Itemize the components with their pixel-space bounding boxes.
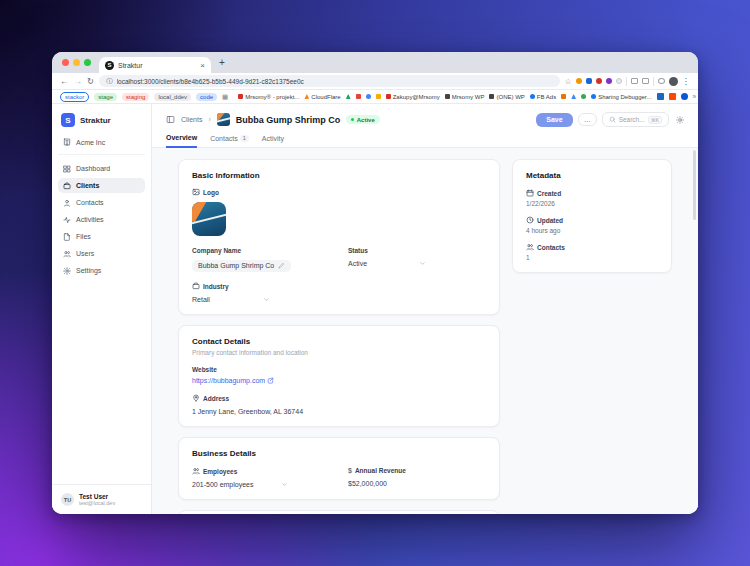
bookmark-favicon-icon[interactable] xyxy=(657,93,664,100)
bookmark-favicon-icon[interactable] xyxy=(561,94,566,99)
bookmark-item[interactable]: Sharing Debugger... xyxy=(591,94,651,100)
chevron-down-icon xyxy=(263,296,270,303)
bookmark-favicon-icon[interactable] xyxy=(669,93,676,100)
scrollbar[interactable] xyxy=(693,150,696,220)
extension-icon[interactable] xyxy=(596,78,602,84)
back-icon[interactable]: ← xyxy=(60,76,69,86)
bookmark-pill[interactable]: stage xyxy=(94,93,117,101)
bookmark-item[interactable]: (ONE) WP xyxy=(489,94,524,100)
extension-icon[interactable] xyxy=(616,78,622,84)
status-select[interactable]: Active xyxy=(348,260,426,267)
tab-close-icon[interactable]: × xyxy=(200,61,205,70)
tab-activity[interactable]: Activity xyxy=(262,134,284,147)
company-name-label: Company Name xyxy=(192,247,330,254)
sidebar-nav: Dashboard Clients Contacts Activities Fi… xyxy=(52,155,151,284)
reload-icon[interactable]: ↻ xyxy=(87,76,94,86)
tab-favicon-icon: S xyxy=(105,61,114,70)
search-input[interactable]: Search... ⌘K xyxy=(602,112,669,127)
page-title: Bubba Gump Shrimp Co xyxy=(236,115,341,125)
updated-value: 4 hours ago xyxy=(526,227,658,234)
status-badge: Active xyxy=(346,115,380,124)
browser-tab-strip: S Straktur × + xyxy=(52,52,698,73)
industry-select[interactable]: Retail xyxy=(192,296,270,303)
extension-icon[interactable] xyxy=(606,78,612,84)
sidebar-item-label: Settings xyxy=(76,267,101,274)
maximize-window-button[interactable] xyxy=(84,59,91,66)
toolbar-actions: ☆ ⋮ xyxy=(565,76,690,86)
card-title: Metadata xyxy=(526,171,658,180)
forward-icon[interactable]: → xyxy=(74,76,83,86)
bookmark-pill[interactable]: code xyxy=(196,93,217,101)
site-info-icon[interactable]: ⓘ xyxy=(106,77,113,86)
employees-select[interactable]: 201-500 employees xyxy=(192,481,288,488)
sidebar-item-activities[interactable]: Activities xyxy=(58,212,145,227)
card-title: Contact Details xyxy=(192,337,486,346)
extension-icon[interactable] xyxy=(576,78,582,84)
bookmark-favicon-icon[interactable] xyxy=(376,94,381,99)
workspace-switcher[interactable]: Acme Inc xyxy=(58,134,145,155)
tab-contacts[interactable]: Contacts1 xyxy=(210,134,249,147)
status-label: Status xyxy=(348,247,486,254)
metadata-card: Metadata Created 1/22/2026 Updated 4 hou… xyxy=(512,159,672,273)
pencil-icon[interactable] xyxy=(278,262,285,269)
profile-avatar[interactable] xyxy=(669,77,678,86)
url-text: localhost:3000/clients/b8e4b625-b5b5-449… xyxy=(117,78,304,85)
browser-menu-icon[interactable]: ⋮ xyxy=(682,76,691,86)
save-button[interactable]: Save xyxy=(536,113,572,127)
annual-revenue-value: $52,000,000 xyxy=(348,480,486,487)
apps-grid-icon[interactable]: ▦ xyxy=(222,93,228,101)
bookmark-item[interactable]: CloudFlare xyxy=(304,94,340,100)
sidebar-item-clients[interactable]: Clients xyxy=(58,178,145,193)
bookmark-pill[interactable]: staging xyxy=(122,93,149,101)
sidebar-user[interactable]: TU Test User test@local.dev xyxy=(52,484,151,514)
theme-toggle-icon[interactable] xyxy=(676,116,684,124)
bookmark-item[interactable]: Zakupy@Mrsomy xyxy=(386,94,440,100)
sidebar-item-label: Contacts xyxy=(76,199,104,206)
browser-tab[interactable]: S Straktur × xyxy=(99,57,211,73)
bookmark-favicon-icon xyxy=(591,94,596,99)
bookmarks-overflow-icon[interactable]: » xyxy=(693,93,697,100)
reading-list-icon[interactable] xyxy=(642,78,649,84)
bookmark-favicon-icon[interactable] xyxy=(346,94,351,99)
browser-toolbar: ← → ↻ ⓘ localhost:3000/clients/b8e4b625-… xyxy=(52,73,698,90)
calendar-icon xyxy=(526,189,534,197)
sidebar-item-contacts[interactable]: Contacts xyxy=(58,195,145,210)
bookmark-favicon-icon[interactable] xyxy=(571,94,576,99)
tab-overview[interactable]: Overview xyxy=(166,134,197,148)
new-tab-button[interactable]: + xyxy=(219,57,225,68)
tab-group-icon[interactable] xyxy=(631,78,638,84)
browser-window: S Straktur × + ← → ↻ ⓘ localhost:3000/cl… xyxy=(52,52,698,514)
card-title: Basic Information xyxy=(192,171,486,180)
bookmark-item[interactable]: Mrsomy® - projekt... xyxy=(238,94,299,100)
notes-card: Notes Shrimp is the fruit of the sea. xyxy=(178,510,500,514)
bookmark-pill[interactable]: local_ddev xyxy=(154,93,191,101)
sidebar-item-dashboard[interactable]: Dashboard xyxy=(58,161,145,176)
breadcrumb[interactable]: Clients xyxy=(181,116,202,123)
bookmark-favicon-icon[interactable] xyxy=(366,94,371,99)
bookmark-item[interactable]: FB Ads xyxy=(530,94,556,100)
extension-icon[interactable] xyxy=(586,78,592,84)
company-name-field[interactable]: Bubba Gump Shrimp Co xyxy=(192,260,291,272)
sidebar-item-files[interactable]: Files xyxy=(58,229,145,244)
bookmark-favicon-icon xyxy=(489,94,494,99)
sidebar-item-settings[interactable]: Settings xyxy=(58,263,145,278)
sidebar-toggle-icon[interactable] xyxy=(166,115,175,124)
extensions-puzzle-icon[interactable] xyxy=(658,78,665,84)
more-actions-button[interactable]: … xyxy=(578,113,597,126)
contact-details-card: Contact Details Primary contact informat… xyxy=(178,325,500,427)
contacts-count-value: 1 xyxy=(526,254,658,261)
bookmark-star-icon[interactable]: ☆ xyxy=(565,77,572,86)
bookmark-pill[interactable]: stackor xyxy=(60,92,89,102)
close-window-button[interactable] xyxy=(62,59,69,66)
bookmark-favicon-icon[interactable] xyxy=(681,93,688,100)
sidebar-item-label: Dashboard xyxy=(76,165,110,172)
user-avatar: TU xyxy=(61,493,74,506)
bookmark-item[interactable]: Mrsomy WP xyxy=(445,94,485,100)
minimize-window-button[interactable] xyxy=(73,59,80,66)
bookmark-favicon-icon[interactable] xyxy=(581,94,586,99)
company-logo-image[interactable] xyxy=(192,202,226,236)
url-bar[interactable]: ⓘ localhost:3000/clients/b8e4b625-b5b5-4… xyxy=(99,75,560,87)
sidebar-item-users[interactable]: Users xyxy=(58,246,145,261)
bookmark-favicon-icon[interactable] xyxy=(356,94,361,99)
website-link[interactable]: https://bubbagump.com xyxy=(192,377,486,384)
